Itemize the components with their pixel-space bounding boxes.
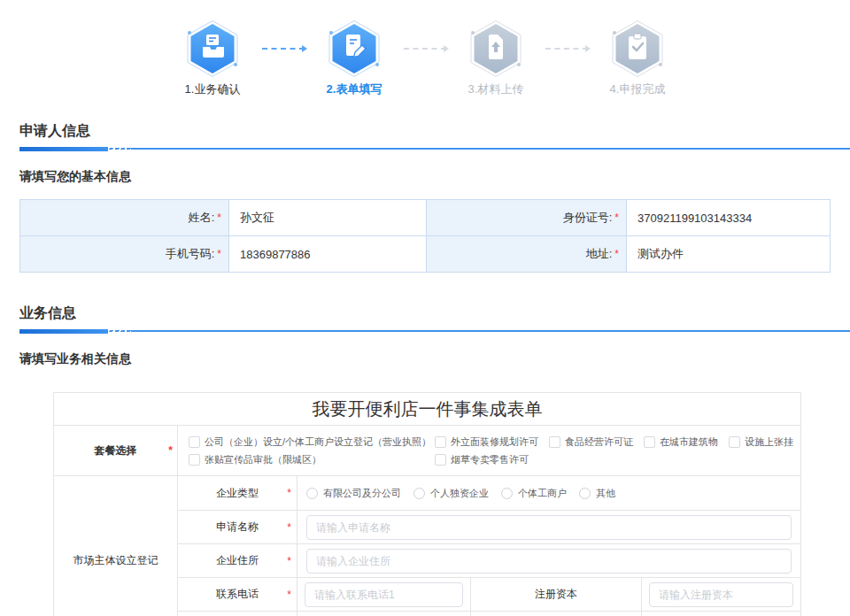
phone-label: 手机号码:*: [20, 236, 228, 272]
form-fill-icon: [325, 19, 383, 78]
contact-phone-label: 联系电话 *: [178, 578, 298, 611]
step-arrow-icon: [545, 48, 588, 50]
registered-capital-label: 注册资本: [470, 578, 642, 611]
required-asterisk: *: [287, 589, 291, 601]
radio-icon[interactable]: [579, 488, 591, 499]
capital-deadline-label: 认缴出资全部交付到位期限: [470, 612, 642, 616]
business-section-title: 业务信息: [19, 304, 850, 323]
name-value: 孙文征: [229, 200, 426, 235]
package-options-area: 公司（企业）设立/个体工商户设立登记（营业执照） 外立面装修规划许可 食品经营许…: [178, 426, 804, 475]
step-label: 3.材料上传: [468, 81, 524, 97]
apply-name-label: 申请名称 *: [178, 511, 298, 543]
radio-other[interactable]: 其他: [579, 487, 615, 500]
enterprise-address-row: 企业住所 *: [178, 543, 800, 577]
enterprise-type-options: 有限公司及分公司 个人独资企业 个体工商户 其他: [298, 476, 800, 510]
package-option-tobacco-license[interactable]: 烟草专卖零售许可: [435, 453, 529, 466]
business-form-table: 我要开便利店一件事集成表单 套餐选择 * 公司（企业）设立/个体工商户设立登记（…: [53, 392, 801, 616]
checkbox-icon[interactable]: [549, 436, 560, 448]
radio-individual-business[interactable]: 个体工商户: [501, 487, 567, 500]
package-option-facade-permit[interactable]: 外立面装修规划许可: [435, 435, 538, 449]
package-option-city-building[interactable]: 在城市建筑物: [644, 435, 718, 449]
name-label: 姓名:*: [20, 200, 228, 235]
package-option-food-permit[interactable]: 食品经营许可证: [549, 435, 633, 449]
step-business-confirm: 1.业务确认: [163, 19, 262, 97]
package-option-facility-hanging[interactable]: 设施上张挂: [729, 435, 793, 449]
phone-value: 18369877886: [229, 236, 426, 272]
section-divider: [19, 147, 850, 151]
step-progress-bar: 1.业务确认 2.表单填写 3.材料上传: [0, 0, 850, 97]
market-entity-group-label: 市场主体设立登记: [54, 476, 178, 616]
required-asterisk: *: [287, 521, 291, 534]
step-label: 1.业务确认: [185, 81, 241, 97]
applicant-section-subtitle: 请填写您的基本信息: [19, 169, 850, 185]
id-card-label: 身份证号:*: [427, 200, 626, 235]
material-upload-icon: [467, 19, 525, 78]
step-declare-complete: 4.申报完成: [588, 19, 687, 97]
id-card-value: 370921199103143334: [627, 200, 830, 235]
email-row: 邮箱 认缴出资全部交付到位期限: [178, 611, 800, 616]
checkbox-icon[interactable]: [189, 436, 200, 448]
email-label: 邮箱: [178, 612, 298, 616]
enterprise-address-label: 企业住所 *: [178, 544, 298, 577]
step-label: 2.表单填写: [327, 81, 382, 97]
package-select-label: 套餐选择 *: [54, 426, 178, 475]
required-asterisk: *: [614, 248, 619, 260]
checkbox-icon[interactable]: [644, 436, 655, 448]
checkbox-icon[interactable]: [729, 436, 740, 448]
radio-sole-proprietorship[interactable]: 个人独资企业: [413, 487, 489, 500]
package-option-business-license[interactable]: 公司（企业）设立/个体工商户设立登记（营业执照）: [189, 435, 424, 449]
declare-complete-icon: [608, 19, 667, 78]
applicant-section-title: 申请人信息: [19, 122, 850, 141]
apply-name-input[interactable]: [306, 515, 792, 540]
business-section-subtitle: 请填写业务相关信息: [19, 351, 850, 367]
radio-limited-company[interactable]: 有限公司及分公司: [306, 487, 401, 500]
form-title: 我要开便利店一件事集成表单: [54, 393, 800, 425]
contact-phone-row: 联系电话 * 注册资本: [178, 577, 800, 611]
checkbox-icon[interactable]: [435, 454, 446, 466]
required-asterisk: *: [217, 212, 221, 224]
address-value: 测试办件: [627, 236, 830, 272]
required-asterisk: *: [287, 555, 291, 567]
checkbox-icon[interactable]: [189, 454, 200, 466]
step-arrow-icon: [262, 48, 305, 50]
step-form-fill: 2.表单填写: [305, 19, 404, 97]
business-confirm-icon: [183, 19, 242, 78]
step-arrow-icon: [404, 48, 446, 50]
enterprise-type-row: 企业类型 * 有限公司及分公司 个人独资企业: [178, 476, 800, 510]
checkbox-icon[interactable]: [435, 436, 446, 448]
step-material-upload: 3.材料上传: [446, 19, 545, 97]
apply-name-row: 申请名称 *: [178, 510, 800, 543]
radio-icon[interactable]: [501, 488, 513, 499]
radio-icon[interactable]: [413, 488, 425, 499]
required-asterisk: *: [287, 487, 291, 499]
package-option-poster-approval[interactable]: 张贴宣传品审批（限城区）: [189, 453, 424, 466]
applicant-info-table: 姓名:* 孙文征 身份证号:* 370921199103143334 手机号码:…: [19, 199, 831, 273]
step-label: 4.申报完成: [610, 81, 666, 97]
enterprise-address-input[interactable]: [306, 549, 792, 574]
address-label: 地址:*: [427, 236, 626, 272]
contact-phone-input[interactable]: [305, 582, 463, 607]
required-asterisk: *: [217, 248, 221, 260]
required-asterisk: *: [168, 444, 173, 457]
radio-icon[interactable]: [306, 488, 318, 499]
registered-capital-input[interactable]: [649, 582, 793, 607]
required-asterisk: *: [614, 212, 619, 224]
enterprise-type-label: 企业类型 *: [178, 476, 298, 510]
section-divider: [19, 329, 850, 334]
